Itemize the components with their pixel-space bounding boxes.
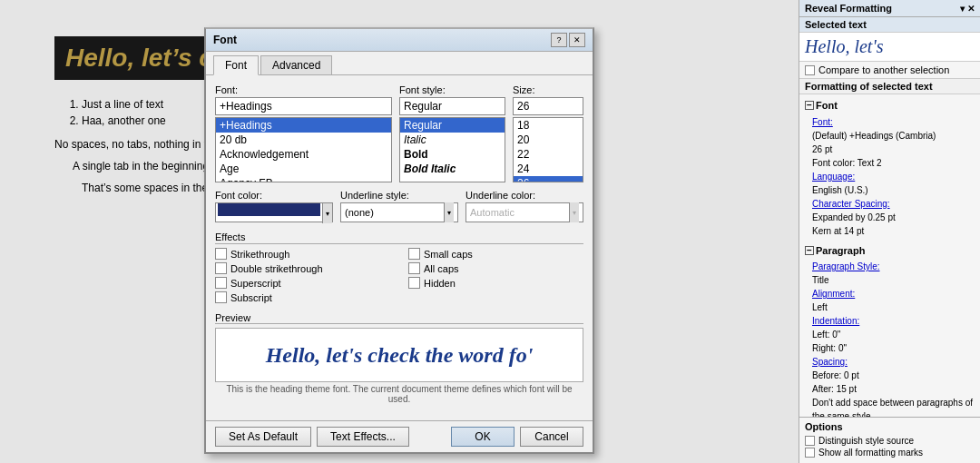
font-color-label: Font color: xyxy=(215,190,333,201)
effects-grid: Strikethrough Small caps Double striketh… xyxy=(215,248,583,303)
font-collapse-btn[interactable]: − xyxy=(805,101,814,110)
preview-subtitle: This is the heading theme font. The curr… xyxy=(215,384,583,404)
font-detail: Font: (Default) +Headings (Cambria) 26 p… xyxy=(805,115,975,238)
text-effects-button[interactable]: Text Effects... xyxy=(317,427,409,447)
show-all-option: Show all formatting marks xyxy=(805,448,975,458)
size-list-item-4[interactable]: 26 xyxy=(514,176,583,182)
effect-double-strikethrough: Double strikethrough xyxy=(215,262,390,274)
font-size-input[interactable] xyxy=(513,97,583,115)
set-default-button[interactable]: Set As Default xyxy=(215,427,311,447)
subscript-checkbox[interactable] xyxy=(215,291,227,303)
options-title: Options xyxy=(805,421,975,432)
double-strikethrough-checkbox[interactable] xyxy=(215,262,227,274)
paragraph-group-title: Paragraph xyxy=(816,243,865,259)
paragraph-detail: Paragraph Style: Title Alignment: Left I… xyxy=(805,260,975,417)
font-style-input[interactable] xyxy=(399,97,505,115)
effects-title: Effects xyxy=(215,232,583,244)
style-link[interactable]: Paragraph Style: xyxy=(812,261,880,271)
dialog-body: Font: +Headings 20 db Acknowledgement Ag… xyxy=(206,74,593,420)
language-detail: English (U.S.) xyxy=(812,185,868,195)
underline-style-label: Underline style: xyxy=(340,190,458,201)
size-list-item-1[interactable]: 20 xyxy=(514,133,583,147)
language-link[interactable]: Language: xyxy=(812,172,855,182)
distinguish-checkbox[interactable] xyxy=(805,436,815,446)
document-area: Hello, let’s check the Just a line of te… xyxy=(0,0,799,463)
underline-style-select[interactable]: (none) ▾ xyxy=(340,202,458,222)
font-color-selector[interactable]: ▾ xyxy=(215,202,333,222)
footer-left: Set As Default Text Effects... xyxy=(215,427,409,447)
strikethrough-label: Strikethrough xyxy=(230,249,289,260)
before-detail: Before: 0 pt xyxy=(812,370,859,380)
paragraph-collapse-btn[interactable]: − xyxy=(805,246,814,255)
font-size-detail: 26 pt xyxy=(812,144,832,154)
tab-advanced[interactable]: Advanced xyxy=(260,55,332,74)
size-list-item-3[interactable]: 24 xyxy=(514,162,583,176)
distinguish-label: Distinguish style source xyxy=(818,436,914,446)
paragraph-format-header: − Paragraph xyxy=(805,243,975,259)
style-list-item-0[interactable]: Regular xyxy=(400,118,505,133)
ok-button[interactable]: OK xyxy=(451,427,514,447)
dialog-help-btn[interactable]: ? xyxy=(551,33,567,47)
cancel-button[interactable]: Cancel xyxy=(520,427,583,447)
char-expanded-detail: Expanded by 0.25 pt xyxy=(812,212,896,222)
underline-color-arrow[interactable]: ▾ xyxy=(569,202,579,222)
effect-subscript: Subscript xyxy=(215,291,390,303)
smallcaps-checkbox[interactable] xyxy=(408,248,420,260)
font-list-item-1[interactable]: 20 db xyxy=(216,133,391,147)
indentation-link[interactable]: Indentation: xyxy=(812,316,859,326)
font-link[interactable]: Font: xyxy=(812,117,833,127)
options-section: Options Distinguish style source Show al… xyxy=(799,417,980,463)
font-name-detail: (Default) +Headings (Cambria) xyxy=(812,131,936,141)
font-list[interactable]: +Headings 20 db Acknowledgement Age Agen… xyxy=(215,117,392,182)
style-list-item-2[interactable]: Bold xyxy=(400,147,505,162)
underline-style-group: Underline style: (none) ▾ xyxy=(340,190,458,222)
smallcaps-label: Small caps xyxy=(424,249,473,260)
underline-style-arrow[interactable]: ▾ xyxy=(444,202,454,222)
indent-right-detail: Right: 0" xyxy=(812,343,847,353)
preview-text: Hello, let's check the word fo' xyxy=(266,343,534,368)
font-list-item-3[interactable]: Age xyxy=(216,162,391,176)
after-detail: After: 15 pt xyxy=(812,384,857,394)
size-list-item-2[interactable]: 22 xyxy=(514,147,583,162)
dialog-controls: ? ✕ xyxy=(551,33,585,47)
size-list[interactable]: 18 20 22 24 26 xyxy=(513,117,583,182)
dialog-footer: Set As Default Text Effects... OK Cancel xyxy=(206,420,593,452)
style-list-item-1[interactable]: Italic xyxy=(400,133,505,147)
selected-text-preview: Hello, let's xyxy=(799,33,980,62)
font-list-item-2[interactable]: Acknowledgement xyxy=(216,147,391,162)
strikethrough-checkbox[interactable] xyxy=(215,248,227,260)
font-list-item-0[interactable]: +Headings xyxy=(216,118,391,133)
formatting-content: − Font Font: (Default) +Headings (Cambri… xyxy=(799,94,980,417)
show-all-label: Show all formatting marks xyxy=(818,448,923,458)
size-list-item-0[interactable]: 18 xyxy=(514,118,583,133)
formatting-section-title: Formatting of selected text xyxy=(799,79,980,94)
color-dropdown-arrow[interactable]: ▾ xyxy=(322,203,332,223)
font-style-group: Font style: Regular Italic Bold Bold Ita… xyxy=(399,84,505,182)
show-all-checkbox[interactable] xyxy=(805,448,815,458)
hidden-checkbox[interactable] xyxy=(408,277,420,289)
panel-close-button[interactable]: ▾ ✕ xyxy=(960,4,975,14)
font-label: Font: xyxy=(215,84,392,95)
tab-font[interactable]: Font xyxy=(213,55,259,75)
dialog-close-btn[interactable]: ✕ xyxy=(569,33,585,47)
footer-right: OK Cancel xyxy=(451,427,583,447)
alignment-link[interactable]: Alignment: xyxy=(812,289,855,299)
style-list[interactable]: Regular Italic Bold Bold Italic xyxy=(399,117,505,182)
font-size-group: Size: 18 20 22 24 26 xyxy=(513,84,583,182)
style-list-item-3[interactable]: Bold Italic xyxy=(400,162,505,176)
effect-superscript: Superscript xyxy=(215,277,390,289)
selected-text-section-title: Selected text xyxy=(799,17,980,33)
underline-color-select[interactable]: Automatic ▾ xyxy=(466,202,583,222)
superscript-checkbox[interactable] xyxy=(215,277,227,289)
font-list-item-4[interactable]: Agency FB xyxy=(216,176,391,182)
allcaps-checkbox[interactable] xyxy=(408,262,420,274)
underline-color-group: Underline color: Automatic ▾ xyxy=(466,190,583,222)
font-format-group: − Font Font: (Default) +Headings (Cambri… xyxy=(805,98,975,238)
style-detail: Title xyxy=(812,275,829,285)
compare-checkbox[interactable] xyxy=(805,65,815,75)
font-format-header: − Font xyxy=(805,98,975,113)
char-spacing-link[interactable]: Character Spacing: xyxy=(812,199,890,209)
dialog-title: Font xyxy=(213,34,237,46)
font-name-input[interactable] xyxy=(215,97,392,115)
spacing-link[interactable]: Spacing: xyxy=(812,357,848,367)
